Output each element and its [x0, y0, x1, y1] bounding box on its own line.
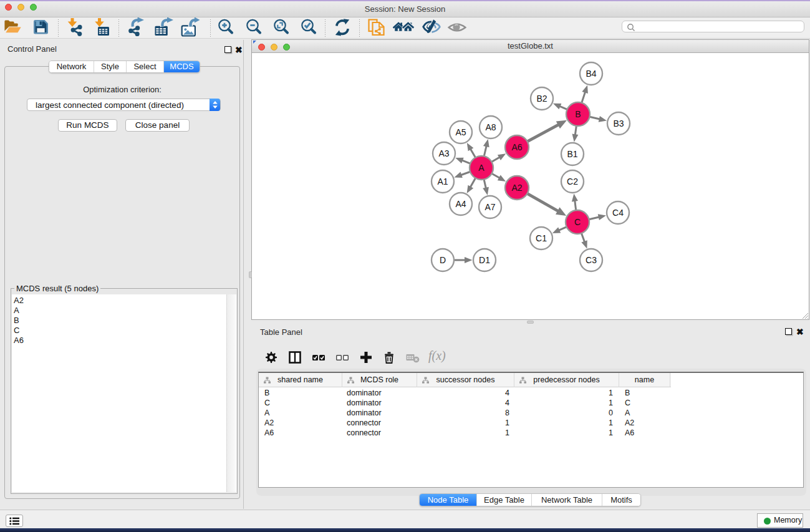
svg-text:C3: C3 [586, 255, 597, 265]
svg-text:D: D [440, 255, 446, 265]
svg-text:C1: C1 [536, 233, 547, 243]
svg-text:B1: B1 [567, 149, 577, 159]
svg-text:B2: B2 [536, 94, 547, 104]
svg-text:B4: B4 [586, 69, 596, 79]
svg-text:B3: B3 [613, 118, 624, 128]
svg-text:A5: A5 [455, 127, 466, 137]
svg-text:A: A [478, 163, 485, 173]
svg-text:C4: C4 [612, 208, 624, 218]
svg-text:C2: C2 [567, 177, 578, 186]
svg-text:C: C [574, 217, 581, 227]
svg-text:B: B [575, 109, 581, 119]
svg-text:A4: A4 [455, 199, 466, 209]
svg-text:A8: A8 [485, 122, 496, 132]
svg-text:A3: A3 [438, 148, 449, 158]
svg-text:D1: D1 [479, 255, 490, 265]
svg-text:A6: A6 [511, 142, 522, 152]
svg-text:A1: A1 [437, 177, 448, 186]
svg-text:A2: A2 [511, 183, 522, 193]
svg-text:A7: A7 [485, 202, 495, 212]
